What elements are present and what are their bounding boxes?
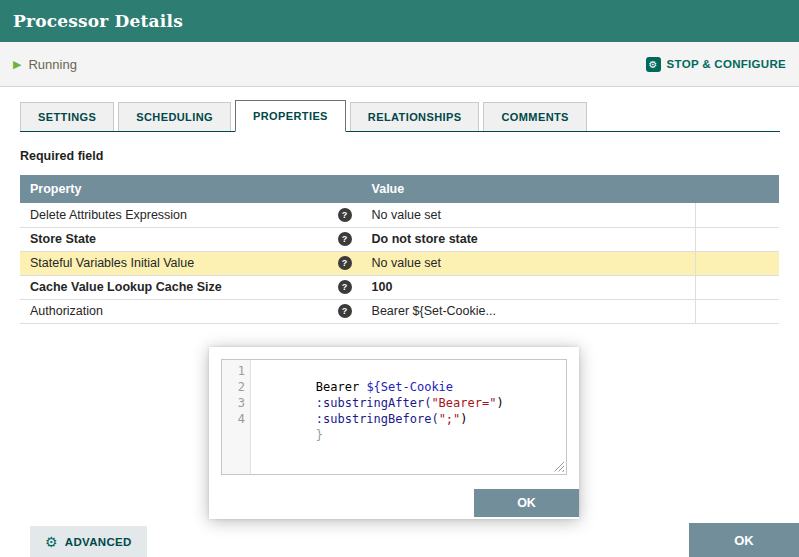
status-bar: ▶ Running ⚙ STOP & CONFIGURE (0, 42, 799, 87)
code-token: "Bearer=" (431, 396, 496, 410)
line-number: 3 (222, 395, 245, 411)
help-icon[interactable]: ? (338, 256, 352, 270)
code-token: :substringAfter( (316, 396, 432, 410)
stop-configure-label: STOP & CONFIGURE (667, 58, 786, 70)
property-value-cell[interactable]: No value set (362, 251, 696, 275)
expression-editor[interactable]: 1 2 3 4 Bearer ${Set-Cookie :substringAf… (221, 359, 567, 475)
property-row-highlighted: Stateful Variables Initial Value ? No va… (20, 251, 779, 275)
code-token: } (316, 428, 323, 442)
property-column-header: Property (20, 175, 362, 203)
editor-ok-button[interactable]: OK (474, 489, 579, 517)
property-row: Delete Attributes Expression ? No value … (20, 203, 779, 227)
property-name: Cache Value Lookup Cache Size (30, 280, 222, 294)
code-token: ${Set-Cookie (366, 380, 453, 394)
value-editor-popup: 1 2 3 4 Bearer ${Set-Cookie :substringAf… (209, 347, 579, 519)
advanced-label: ADVANCED (65, 536, 132, 548)
stop-and-configure-button[interactable]: ⚙ STOP & CONFIGURE (646, 57, 786, 72)
property-name-cell: Store State ? (20, 227, 362, 251)
ok-button[interactable]: OK (689, 523, 799, 557)
property-name-cell: Stateful Variables Initial Value ? (20, 251, 362, 275)
dialog-header: Processor Details (0, 0, 799, 42)
property-actions-cell (696, 203, 780, 227)
help-icon[interactable]: ? (338, 208, 352, 222)
line-number: 4 (222, 411, 245, 427)
property-actions-cell (696, 299, 780, 323)
code-token: ";" (439, 412, 461, 426)
tab-comments[interactable]: COMMENTS (483, 102, 586, 131)
tab-properties[interactable]: PROPERTIES (235, 100, 346, 132)
code-token: ) (460, 412, 467, 426)
property-name-cell: Cache Value Lookup Cache Size ? (20, 275, 362, 299)
actions-column-header (696, 175, 780, 203)
value-column-header: Value (362, 175, 696, 203)
required-field-label: Required field (20, 149, 779, 163)
property-value-cell[interactable]: No value set (362, 203, 696, 227)
help-icon[interactable]: ? (338, 304, 352, 318)
line-number: 2 (222, 379, 245, 395)
stop-configure-icon: ⚙ (646, 57, 661, 72)
property-name-cell: Delete Attributes Expression ? (20, 203, 362, 227)
code-token: Bearer (316, 380, 367, 394)
property-value-cell[interactable]: Bearer ${Set-Cookie... (362, 299, 696, 323)
property-name: Authorization (30, 304, 103, 318)
property-name: Stateful Variables Initial Value (30, 256, 194, 270)
tab-settings[interactable]: SETTINGS (20, 102, 114, 131)
property-row: Store State ? Do not store state (20, 227, 779, 251)
property-row: Cache Value Lookup Cache Size ? 100 (20, 275, 779, 299)
line-number-gutter: 1 2 3 4 (222, 360, 251, 474)
processor-details-dialog: { "window": { "title": "Processor Detail… (0, 0, 799, 557)
tab-bar: SETTINGS SCHEDULING PROPERTIES RELATIONS… (20, 100, 780, 132)
property-value-cell[interactable]: 100 (362, 275, 696, 299)
code-area[interactable]: Bearer ${Set-Cookie :substringAfter("Bea… (251, 360, 566, 474)
run-state-label: Running (28, 57, 76, 72)
property-actions-cell (696, 227, 780, 251)
advanced-button[interactable]: ⚙ ADVANCED (30, 526, 147, 557)
dialog-title: Processor Details (13, 11, 183, 31)
code-line: Bearer ${Set-Cookie (258, 363, 566, 379)
run-state: ▶ Running (13, 57, 77, 72)
help-icon[interactable]: ? (338, 280, 352, 294)
property-name: Store State (30, 232, 96, 246)
help-icon[interactable]: ? (338, 232, 352, 246)
tab-relationships[interactable]: RELATIONSHIPS (350, 102, 480, 131)
properties-table: Property Value Delete Attributes Express… (20, 175, 779, 324)
gear-icon: ⚙ (45, 534, 58, 550)
property-value-cell[interactable]: Do not store state (362, 227, 696, 251)
property-name-cell: Authorization ? (20, 299, 362, 323)
table-header-row: Property Value (20, 175, 779, 203)
property-actions-cell (696, 251, 780, 275)
code-token: ) (496, 396, 503, 410)
line-number: 1 (222, 363, 245, 379)
property-actions-cell (696, 275, 780, 299)
popup-footer: OK (221, 489, 579, 517)
tab-scheduling[interactable]: SCHEDULING (118, 102, 231, 131)
play-icon: ▶ (13, 58, 21, 71)
code-token: :substringBefore( (316, 412, 439, 426)
property-row: Authorization ? Bearer ${Set-Cookie... (20, 299, 779, 323)
property-name: Delete Attributes Expression (30, 208, 187, 222)
